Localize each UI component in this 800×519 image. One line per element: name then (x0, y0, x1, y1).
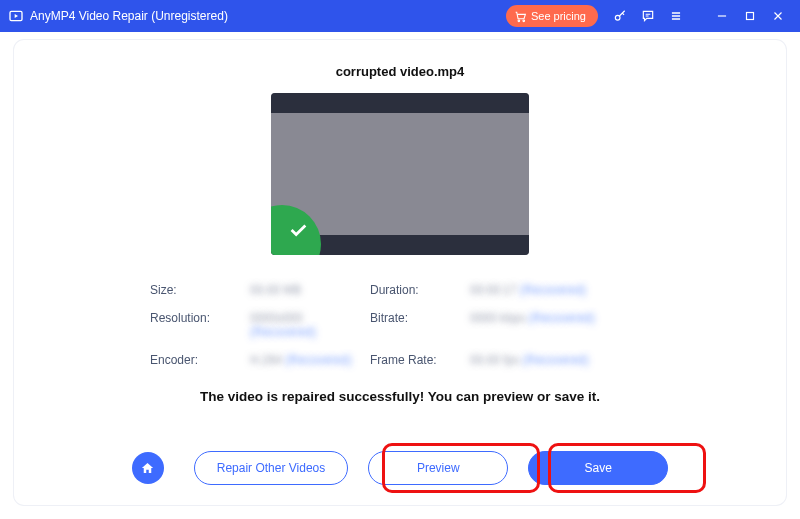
success-badge (271, 205, 321, 255)
feedback-icon[interactable] (634, 0, 662, 32)
app-title: AnyMP4 Video Repair (Unregistered) (30, 9, 228, 23)
action-row: Repair Other Videos Preview Save (14, 451, 786, 485)
framerate-value: 00.00 fps (Recovered) (470, 353, 610, 367)
repair-other-button[interactable]: Repair Other Videos (194, 451, 349, 485)
svg-rect-4 (747, 13, 754, 20)
cart-icon (514, 10, 527, 23)
duration-label: Duration: (370, 283, 470, 297)
preview-button[interactable]: Preview (368, 451, 508, 485)
resolution-value: 0000x000 (Recovered) (250, 311, 370, 339)
menu-icon[interactable] (662, 0, 690, 32)
filename-label: corrupted video.mp4 (336, 64, 465, 79)
home-icon (140, 461, 155, 476)
svg-point-2 (523, 20, 525, 22)
see-pricing-label: See pricing (531, 10, 586, 22)
main-panel: corrupted video.mp4 Size: 00.00 MB Durat… (14, 40, 786, 505)
see-pricing-button[interactable]: See pricing (506, 5, 598, 27)
framerate-label: Frame Rate: (370, 353, 470, 367)
save-button[interactable]: Save (528, 451, 668, 485)
duration-value: 00:00:17 (Recovered) (470, 283, 610, 297)
maximize-button[interactable] (736, 0, 764, 32)
success-message: The video is repaired successfully! You … (200, 389, 600, 404)
video-thumbnail (271, 93, 529, 255)
size-value: 00.00 MB (250, 283, 370, 297)
svg-point-1 (518, 20, 520, 22)
titlebar: AnyMP4 Video Repair (Unregistered) See p… (0, 0, 800, 32)
minimize-button[interactable] (708, 0, 736, 32)
encoder-label: Encoder: (150, 353, 250, 367)
resolution-label: Resolution: (150, 311, 250, 339)
bitrate-label: Bitrate: (370, 311, 470, 339)
bitrate-value: 0000 kbps (Recovered) (470, 311, 610, 339)
encoder-value: H.264 (Recovered) (250, 353, 370, 367)
size-label: Size: (150, 283, 250, 297)
app-logo-icon (8, 8, 24, 24)
check-icon (287, 219, 309, 241)
key-icon[interactable] (606, 0, 634, 32)
info-grid: Size: 00.00 MB Duration: 00:00:17 (Recov… (150, 283, 650, 367)
close-button[interactable] (764, 0, 792, 32)
svg-point-3 (615, 15, 620, 20)
home-button[interactable] (132, 452, 164, 484)
